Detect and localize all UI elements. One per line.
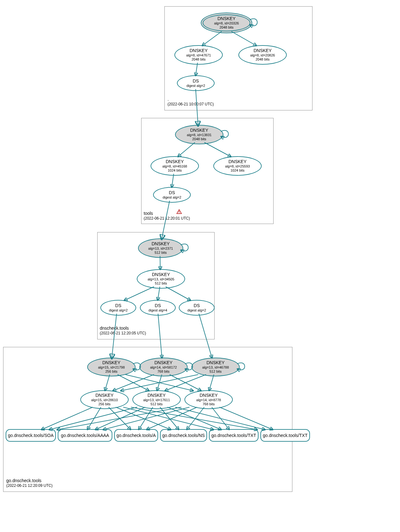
warning-icon [176,209,182,215]
node-r-zsk1: DNSKEYalg=8, id=476712048 bits [174,45,223,65]
node-g-zsk1: DNSKEYalg=15, id=28610256 bits [80,390,129,409]
node-g-zsk3: DNSKEYalg=14, id=8778768 bits [184,390,233,409]
node-t-zsk2: DNSKEYalg=8, id=255931024 bits [213,156,262,176]
zone-label-dnscheck: dnscheck.tools(2022-06-21 12:20:05 UTC) [100,326,146,335]
node-t-ksk: DNSKEYalg=8, id=138312048 bits [175,125,223,144]
node-g-rr1: go.dnscheck.tools/SOA [6,429,56,442]
node-t-ds: DSdigest alg=2 [153,187,191,203]
node-g-ksk2: DNSKEYalg=14, id=58172768 bits [139,358,188,376]
zone-label-tools: tools(2022-06-21 12:20:01 UTC) [144,211,190,221]
zone-label-go: go.dnscheck.tools(2022-06-21 12:20:09 UT… [6,478,52,488]
node-g-ksk3: DNSKEYalg=13, id=46788512 bits [191,358,240,376]
node-g-rr2: go.dnscheck.tools/AAAA [58,429,112,442]
node-d-ksk: DNSKEYalg=13, id=2371512 bits [138,238,183,258]
node-d-ds3: DSdigest alg=2 [179,300,215,316]
node-g-rr5: go.dnscheck.tools/TXT [209,429,259,442]
node-g-ksk1: DNSKEYalg=15, id=21798256 bits [87,358,136,376]
node-g-rr3: go.dnscheck.tools/A [114,429,158,442]
node-r-zsk2: DNSKEYalg=8, id=208262048 bits [238,45,287,65]
node-r-ksk: DNSKEYalg=8, id=203262048 bits [201,13,252,33]
node-g-rr6: go.dnscheck.tools/TXT [260,429,310,442]
node-r-ds: DSdigest alg=2 [177,75,215,91]
node-d-zsk: DNSKEYalg=13, id=34505512 bits [137,269,185,289]
node-g-rr4: go.dnscheck.tools/NS [160,429,207,442]
node-d-ds1: DSdigest alg=2 [100,300,136,316]
node-d-ds2: DSdigest alg=4 [140,300,176,316]
node-t-zsk1: DNSKEYalg=8, id=451681024 bits [151,156,199,176]
zone-label-root: .(2022-06-21 10:00:07 UTC) [168,97,214,106]
svg-rect-1 [179,213,179,213]
node-g-zsk2: DNSKEYalg=13, id=17611512 bits [132,390,181,409]
svg-rect-0 [179,211,179,212]
